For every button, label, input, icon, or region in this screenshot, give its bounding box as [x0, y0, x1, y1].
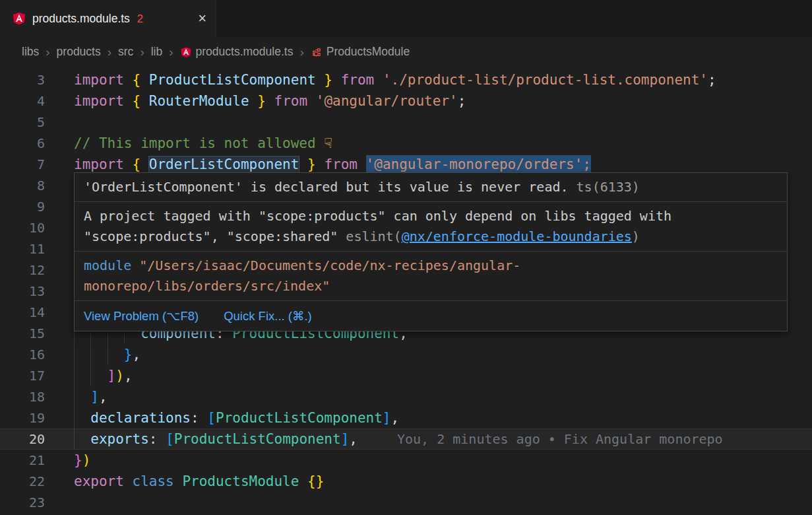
line-number: 17: [0, 365, 45, 386]
line-content: export class ProductsModule {}: [74, 471, 812, 492]
code-token: ProductsModule: [182, 473, 299, 489]
line-content: exports: [ProductListComponent],You, 2 m…: [74, 429, 812, 450]
indent-guide: [74, 365, 75, 386]
code-token: // This import is not allowed: [74, 135, 324, 151]
code-token: [74, 431, 90, 447]
breadcrumb-item-lib[interactable]: lib: [151, 45, 163, 59]
code-token: ProductListComponent: [174, 431, 341, 447]
indent-guide: [108, 344, 108, 365]
line-number: 6: [0, 133, 45, 154]
code-line-22[interactable]: 22export class ProductsModule {}: [0, 471, 812, 492]
hover-tooltip: 'OrderListComponent' is declared but its…: [74, 172, 788, 331]
chevron-right-icon: ›: [168, 45, 173, 59]
code-token: {: [133, 156, 141, 172]
code-line-4[interactable]: 4import { RouterModule } from '@angular/…: [0, 90, 812, 112]
quick-fix-link[interactable]: Quick Fix... (⌘.): [224, 306, 312, 326]
code-token: [141, 156, 149, 172]
line-content: import { ProductListComponent } from './…: [74, 69, 812, 90]
line-number: 21: [0, 450, 45, 471]
line-number: 3: [0, 69, 45, 90]
line-number: 7: [0, 154, 45, 175]
module-info: module "/Users/isaac/Documents/code/nx-r…: [75, 252, 787, 300]
code-token: class: [133, 473, 174, 489]
code-token: :: [191, 410, 199, 426]
code-line-5[interactable]: 5: [0, 112, 812, 133]
breadcrumb-item-symbol[interactable]: ProductsModule: [311, 45, 410, 59]
line-content: [74, 492, 812, 513]
code-token: [249, 93, 258, 109]
code-token: RouterModule: [149, 93, 249, 109]
class-symbol-icon: [311, 46, 323, 58]
code-line-19[interactable]: 19 declarations: [ProductListComponent],: [0, 407, 812, 429]
code-line-18[interactable]: 18 ],: [0, 386, 812, 407]
code-token: [299, 156, 307, 172]
eslint-diagnostic: A project tagged with "scope:products" c…: [75, 202, 787, 251]
line-number: 18: [0, 386, 45, 407]
code-token: }: [257, 93, 266, 109]
line-content: declarations: [ProductListComponent],: [74, 407, 812, 429]
eslint-message-line1: A project tagged with "scope:products" c…: [84, 208, 671, 224]
indent-guide: [74, 344, 75, 365]
view-problem-link[interactable]: View Problem (⌥F8): [84, 306, 199, 326]
code-token: [124, 473, 133, 489]
code-token: [74, 410, 90, 426]
code-token: [358, 156, 366, 172]
breadcrumb-item-products[interactable]: products: [57, 45, 101, 59]
tab-close-button[interactable]: ×: [198, 11, 206, 26]
ts-diagnostic: 'OrderListComponent' is declared but its…: [75, 173, 787, 201]
code-token: ,: [133, 347, 141, 362]
tab-title: products.module.ts: [32, 12, 130, 26]
breadcrumb: libs › products › src › lib › products.m…: [0, 37, 812, 67]
code-token: [307, 93, 316, 109]
code-token: export: [74, 473, 124, 489]
code-line-17[interactable]: 17 ]),: [0, 365, 812, 386]
line-number: 16: [0, 344, 45, 365]
code-token: :: [149, 431, 158, 447]
chevron-right-icon: ›: [139, 45, 144, 59]
eslint-rule-link[interactable]: @nx/enforce-module-boundaries: [402, 228, 632, 244]
module-keyword: module: [84, 258, 131, 273]
code-token: '@angular/router': [316, 93, 458, 109]
breadcrumb-label: libs: [22, 45, 39, 59]
editor[interactable]: 3import { ProductListComponent } from '.…: [0, 67, 812, 515]
code-token: import: [74, 93, 124, 109]
code-line-23[interactable]: 23: [0, 492, 812, 513]
indent-guide: [74, 407, 75, 429]
hover-actions: View Problem (⌥F8) Quick Fix... (⌘.): [75, 300, 787, 331]
breadcrumb-label: products: [57, 45, 101, 59]
code-token: from: [324, 156, 358, 172]
code-line-21[interactable]: 21}): [0, 450, 812, 471]
code-line-16[interactable]: 16 },: [0, 344, 812, 365]
breadcrumb-item-file[interactable]: products.module.ts: [180, 45, 294, 59]
code-token: from: [341, 72, 375, 88]
code-token: [141, 93, 149, 109]
code-token: {: [133, 93, 141, 109]
line-number: 19: [0, 407, 45, 429]
code-token: from: [274, 93, 308, 109]
breadcrumb-item-src[interactable]: src: [118, 45, 133, 59]
code-token: [316, 72, 325, 88]
code-token: declarations: [90, 410, 191, 426]
code-line-3[interactable]: 3import { ProductListComponent } from '.…: [0, 69, 812, 90]
angular-icon: [180, 46, 192, 58]
code-token: ): [82, 452, 91, 468]
indent-guide: [90, 344, 91, 365]
code-line-20[interactable]: 20 exports: [ProductListComponent],You, …: [0, 429, 812, 450]
breadcrumb-item-libs[interactable]: libs: [22, 45, 39, 59]
code-token: ]: [108, 368, 116, 384]
code-line-6[interactable]: 6// This import is not allowed ☟: [0, 133, 812, 154]
breadcrumb-label: lib: [151, 45, 163, 59]
git-blame-annotation: You, 2 minutes ago • Fix Angular monorep…: [397, 431, 723, 447]
code-token: ,: [124, 368, 133, 384]
line-number: 5: [0, 112, 45, 133]
code-token: ]: [90, 389, 99, 405]
code-token: [199, 410, 208, 426]
line-content: [74, 112, 812, 133]
tab-products-module[interactable]: products.module.ts 2 ×: [0, 0, 216, 37]
code-token: import: [74, 156, 124, 172]
code-token: {: [133, 72, 141, 88]
line-number: 4: [0, 90, 45, 112]
breadcrumb-label: src: [118, 45, 133, 59]
code-token: [299, 473, 307, 489]
line-number: 15: [0, 323, 45, 344]
